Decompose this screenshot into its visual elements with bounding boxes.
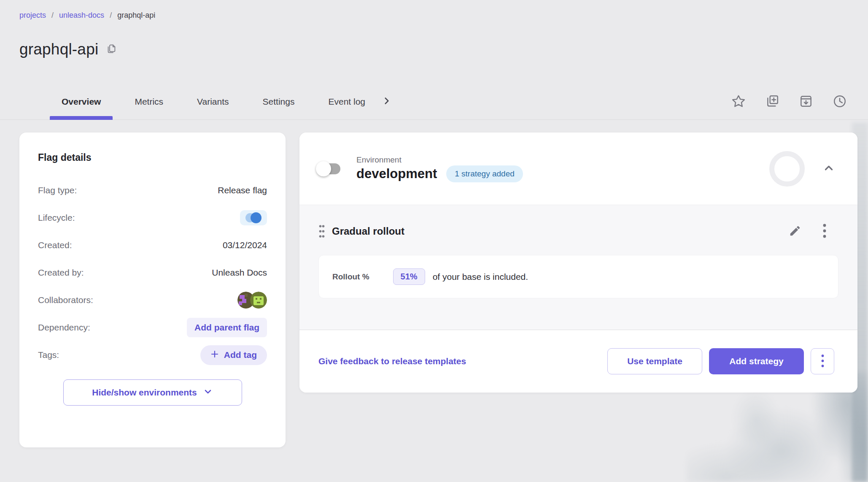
flag-details-title: Flag details (38, 152, 267, 163)
created-label: Created: (38, 240, 72, 250)
metrics-ring (769, 151, 805, 187)
dependency-label: Dependency: (38, 322, 90, 333)
kebab-menu-icon (822, 223, 827, 240)
created-by-row: Created by: Unleash Docs (38, 263, 267, 282)
avatar (250, 292, 267, 309)
archive-icon (799, 94, 813, 110)
rollout-value-badge: 51% (393, 268, 425, 285)
add-strategy-button[interactable]: Add strategy (709, 348, 804, 374)
environment-label: Environment (356, 155, 523, 165)
chevron-right-icon (381, 95, 392, 108)
strategy-count-badge: 1 strategy added (446, 165, 523, 182)
star-icon (731, 94, 746, 110)
copy-name-button[interactable] (106, 43, 117, 56)
breadcrumb-separator: / (51, 11, 54, 20)
lifecycle-prelive-icon (251, 212, 261, 223)
archive-button[interactable] (799, 94, 813, 110)
lifecycle-label: Lifecycle: (38, 213, 75, 223)
rollout-label: Rollout % (332, 272, 369, 282)
page-title-row: graphql-api (19, 41, 117, 58)
kebab-menu-icon (821, 354, 825, 369)
favorite-button[interactable] (731, 94, 746, 110)
flag-type-row: Flag type: Release flag (38, 181, 267, 200)
breadcrumb-separator: / (110, 11, 112, 20)
tags-label: Tags: (38, 350, 59, 360)
tabs: Overview Metrics Variants Settings Event… (50, 84, 377, 119)
hide-show-environments-label: Hide/show environments (92, 387, 197, 398)
collapse-environment-button[interactable] (822, 162, 835, 176)
add-tag-button[interactable]: Add tag (200, 345, 267, 365)
tab-overview[interactable]: Overview (50, 84, 113, 119)
created-value: 03/12/2024 (223, 240, 267, 250)
plus-icon (210, 350, 219, 360)
page-title: graphql-api (19, 41, 98, 58)
environment-toggle[interactable] (318, 163, 340, 174)
breadcrumb-projects-link[interactable]: projects (19, 11, 46, 20)
rollout-description: of your base is included. (433, 272, 528, 282)
tab-event-log[interactable]: Event log (316, 84, 377, 119)
toggle-knob (316, 161, 331, 176)
tab-metrics[interactable]: Metrics (123, 84, 175, 119)
flag-type-value: Release flag (218, 185, 267, 195)
environment-card: Environment development 1 strategy added (299, 133, 857, 393)
strategy-header: Gradual rollout (318, 223, 838, 240)
collaborator-avatars (237, 292, 267, 309)
tab-variants[interactable]: Variants (185, 84, 240, 119)
strategy-menu-button[interactable] (822, 223, 827, 240)
environment-name: development (356, 166, 437, 181)
created-row: Created: 03/12/2024 (38, 236, 267, 255)
use-template-button[interactable]: Use template (607, 348, 702, 374)
breadcrumb-project-link[interactable]: unleash-docs (59, 11, 104, 20)
created-by-value: Unleash Docs (212, 268, 267, 278)
strategy-title: Gradual rollout (332, 225, 404, 237)
copy-feature-button[interactable] (765, 94, 779, 110)
created-by-label: Created by: (38, 268, 84, 278)
copy-icon (106, 43, 117, 56)
drag-handle[interactable] (318, 224, 325, 239)
environment-header: Environment development 1 strategy added (299, 133, 857, 205)
flag-details-card: Flag details Flag type: Release flag Lif… (19, 133, 286, 447)
hide-show-environments-button[interactable]: Hide/show environments (63, 379, 242, 406)
dependency-row: Dependency: Add parent flag (38, 318, 267, 337)
chevron-up-icon (822, 162, 835, 176)
collaborators-label: Collaborators: (38, 295, 93, 305)
add-parent-flag-button[interactable]: Add parent flag (187, 318, 267, 337)
breadcrumb: projects / unleash-docs / graphql-api (19, 11, 155, 20)
environment-footer: Give feedback to release templates Use t… (299, 330, 857, 393)
flag-type-label: Flag type: (38, 185, 77, 195)
strategy-section: Gradual rollout (299, 205, 857, 330)
rollout-card: Rollout % 51% of your base is included. (318, 255, 838, 298)
tabs-overflow-button[interactable] (377, 84, 396, 119)
environment-menu-button[interactable] (811, 348, 834, 374)
clock-icon (833, 94, 847, 110)
history-button[interactable] (833, 94, 847, 110)
release-templates-feedback-link[interactable]: Give feedback to release templates (318, 356, 466, 366)
environment-text: Environment development 1 strategy added (356, 155, 523, 182)
tab-settings[interactable]: Settings (251, 84, 307, 119)
collaborators-row: Collaborators: (38, 291, 267, 309)
tags-row: Tags: Add tag (38, 346, 267, 364)
chevron-down-icon (203, 387, 213, 399)
breadcrumb-current: graphql-api (117, 11, 155, 20)
add-tag-label: Add tag (224, 350, 257, 360)
lifecycle-row: Lifecycle: (38, 209, 267, 227)
copy-add-icon (765, 94, 779, 110)
edit-strategy-button[interactable] (789, 225, 801, 238)
header-actions (731, 87, 847, 117)
pencil-icon (789, 225, 801, 238)
lifecycle-stage-badge[interactable] (240, 210, 267, 225)
